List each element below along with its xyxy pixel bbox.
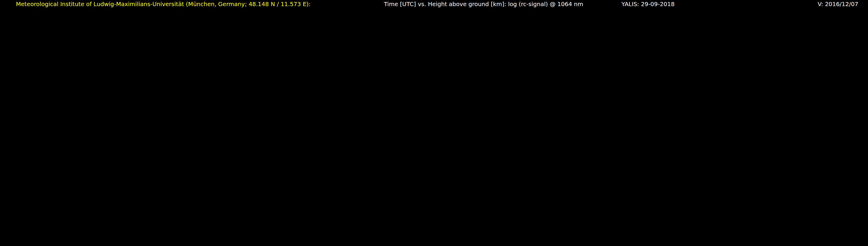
signal-heatmap-canvas — [0, 0, 868, 246]
system-date-label: YALIS: 29-09-2018 — [621, 1, 675, 7]
plot-title: Time [UTC] vs. Height above ground [km]:… — [384, 1, 583, 7]
version-label: V: 2016/12/07 — [818, 1, 858, 7]
institute-title: Meteorological Institute of Ludwig-Maxim… — [16, 1, 310, 7]
lidar-quicklook-screen: Meteorological Institute of Ludwig-Maxim… — [0, 0, 868, 246]
